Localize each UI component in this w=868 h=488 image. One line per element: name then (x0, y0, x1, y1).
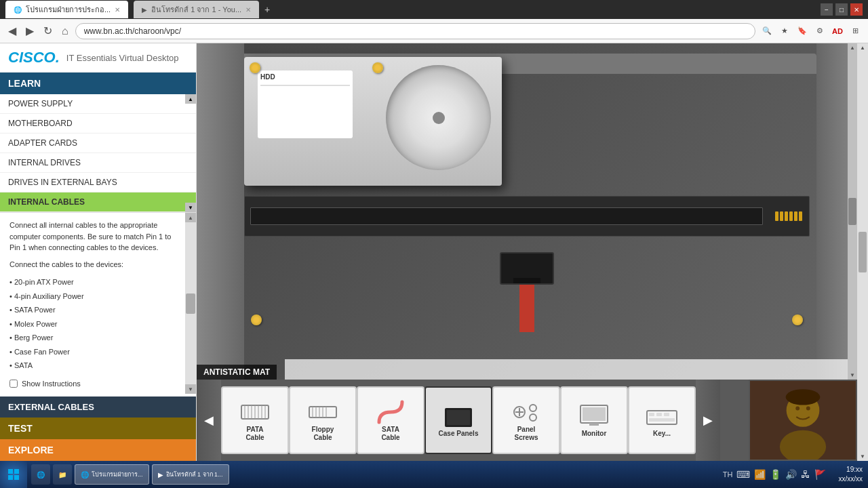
keyboard-label: Key... (653, 430, 671, 438)
hdd-center (433, 112, 445, 124)
view-scroll-down[interactable]: ▼ (848, 371, 856, 380)
toolbar-item-sata[interactable]: SATACable (357, 386, 425, 454)
explore-button[interactable]: EXPLORE (0, 439, 196, 461)
case-left-wall (197, 43, 244, 380)
toolbar-item-panel-screws[interactable]: PanelScrews (492, 386, 560, 454)
svg-rect-39 (14, 475, 19, 480)
sidebar-item-adapter-cards[interactable]: ADAPTER CARDS (0, 134, 196, 153)
taskbar-ie[interactable]: 🌐 (31, 464, 50, 485)
settings-icon[interactable]: ⚙ (812, 24, 827, 39)
bullet-item-1: 4-pin Auxiliary Power (9, 289, 182, 304)
svg-rect-38 (8, 475, 13, 480)
reload-button[interactable]: ↻ (41, 22, 55, 40)
content-scroll-down[interactable]: ▼ (185, 384, 196, 394)
back-button[interactable]: ◀ (5, 22, 19, 40)
external-cables-button[interactable]: EXTERNAL CABLES (0, 396, 196, 418)
search-icon[interactable]: 🔍 (760, 24, 774, 39)
pata-cable-icon (238, 399, 272, 426)
bullet-list: 20-pin ATX Power 4-pin Auxiliary Power S… (9, 275, 182, 373)
show-instructions-checkbox[interactable] (9, 380, 18, 388)
hdd-label: HDD (258, 70, 353, 138)
nav-bar: ◀ ▶ ↻ ⌂ 🔍 ★ 🔖 ⚙ AD ⊞ (0, 19, 868, 43)
network-icon[interactable]: 🖧 (801, 469, 810, 480)
tab-1-close[interactable]: ✕ (115, 6, 120, 14)
star-icon[interactable]: ★ (777, 24, 792, 39)
toolbar-item-floppy[interactable]: FloppyCable (289, 386, 357, 454)
taskbar-explorer[interactable]: 📁 (53, 464, 72, 485)
screw-tl (250, 62, 260, 73)
close-button[interactable]: ✕ (850, 3, 863, 16)
connector-pins (768, 209, 809, 224)
case-panels-icon (441, 403, 475, 430)
desc-1: Connect all internal cables to the appro… (9, 220, 182, 253)
adblock-icon[interactable]: AD (830, 24, 845, 39)
sidebar-item-internal-cables[interactable]: INTERNAL CABLES (0, 192, 196, 212)
minimize-button[interactable]: − (821, 3, 833, 16)
toolbar-item-monitor[interactable]: Monitor (560, 386, 628, 454)
browser-body: CISCO. IT Essentials Virtual Desktop LEA… (0, 43, 868, 461)
toolbar-item-pata[interactable]: PATACable (221, 386, 289, 454)
keyboard-layout-icon[interactable]: ⌨ (736, 469, 750, 480)
battery-icon[interactable]: 🔋 (770, 469, 781, 480)
sidebar-item-internal-drives[interactable]: INTERNAL DRIVES (0, 153, 196, 173)
taskbar-active-2[interactable]: ▶ อินโทรดักส์ 1 จาก 1... (152, 464, 229, 485)
maximize-button[interactable]: □ (835, 3, 848, 16)
address-bar[interactable] (75, 23, 755, 39)
new-tab-button[interactable]: + (264, 4, 270, 15)
tab-1[interactable]: 🌐 โปรแกรมฝ่ายการประกอ... ✕ (5, 1, 128, 18)
wifi-icon[interactable]: 📶 (754, 469, 766, 480)
start-button[interactable] (0, 461, 27, 488)
drive-slot-1 (250, 207, 763, 225)
nav-icons: 🔍 ★ 🔖 ⚙ AD ⊞ (760, 24, 863, 39)
home-button[interactable]: ⌂ (59, 22, 71, 40)
window-2-icon: ▶ (158, 471, 163, 479)
tab-2[interactable]: ▶ อินโทรดักส์ 1 จาก 1 - You... ✕ (134, 1, 259, 18)
sidebar-item-power-supply[interactable]: POWER SUPPLY (0, 94, 196, 114)
view-scrollbar[interactable]: ▲ ▼ (848, 43, 857, 380)
page-scroll-down[interactable]: ▼ (859, 452, 867, 461)
extensions-icon[interactable]: ⊞ (848, 24, 863, 39)
svg-point-34 (806, 407, 810, 411)
tab-2-label: อินโทรดักส์ 1 จาก 1 - You... (151, 3, 241, 16)
sidebar-item-drives-external-bays[interactable]: DRIVES IN EXTERNAL BAYS (0, 173, 196, 192)
page-scrollbar[interactable]: ▲ ▼ (857, 43, 868, 461)
volume-icon[interactable]: 🔊 (785, 469, 797, 480)
lang-icon[interactable]: TH (723, 470, 733, 479)
page-scroll-up[interactable]: ▲ (859, 43, 867, 52)
view-scroll-up[interactable]: ▲ (848, 43, 856, 52)
content-scroll-up[interactable]: ▲ (185, 213, 196, 222)
floppy-cable-icon (306, 399, 340, 426)
sidebar-menu: POWER SUPPLY MOTHERBOARD ADAPTER CARDS I… (0, 94, 196, 212)
page-scroll-thumb[interactable] (859, 232, 867, 272)
toolbar-left-arrow[interactable]: ◀ (197, 380, 221, 461)
monitor-label: Monitor (582, 430, 607, 438)
desc-2: Connect the cables to the devices: (9, 259, 182, 270)
svg-point-19 (530, 405, 536, 411)
sata-cable-label: SATACable (381, 426, 399, 442)
monitor-icon (577, 403, 611, 430)
forward-button[interactable]: ▶ (23, 22, 37, 40)
sidebar-item-motherboard[interactable]: MOTHERBOARD (0, 114, 196, 134)
svg-rect-24 (589, 423, 599, 426)
svg-rect-37 (14, 469, 19, 474)
flag-icon[interactable]: 🚩 (814, 469, 826, 480)
menu-scroll-up[interactable]: ▲ (185, 94, 196, 104)
learn-button[interactable]: LEARN (0, 73, 196, 94)
windows-logo (7, 468, 20, 481)
menu-scroll-down[interactable]: ▼ (185, 203, 196, 212)
content-scroll-thumb[interactable] (186, 293, 195, 314)
sata-cable-assembly (500, 252, 554, 332)
screw-bl (251, 314, 262, 325)
toolbar-right-arrow[interactable]: ▶ (696, 380, 720, 461)
toolbar-item-keyboard[interactable]: Key... (628, 386, 696, 454)
bookmark-icon[interactable]: 🔖 (795, 24, 810, 39)
tab-2-close[interactable]: ✕ (245, 6, 251, 14)
view-scroll-thumb[interactable] (848, 198, 856, 225)
test-button[interactable]: TEST (0, 418, 196, 439)
bullet-item-0: 20-pin ATX Power (9, 275, 182, 289)
taskbar-active-1[interactable]: 🌐 โปรแกรมฝ่ายการ... (75, 464, 149, 485)
svg-rect-22 (583, 407, 606, 421)
pata-cable-label: PATACable (245, 426, 264, 442)
sata-cable-icon (374, 399, 408, 426)
toolbar-item-case-panels[interactable]: Case Panels (425, 386, 492, 454)
